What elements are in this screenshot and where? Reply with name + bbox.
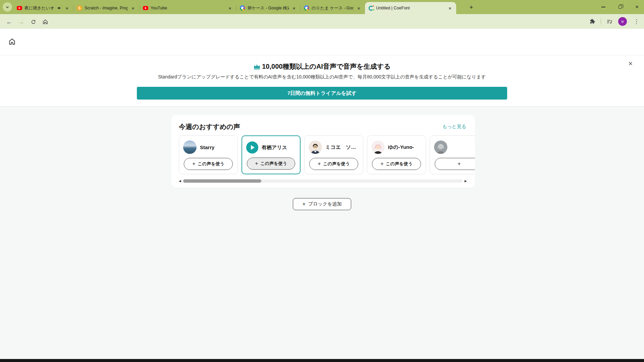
forward-button[interactable]: → bbox=[17, 17, 25, 26]
free-trial-button[interactable]: 7日間の無料トライアルを試す bbox=[137, 87, 507, 100]
voice-avatar-landscape[interactable] bbox=[183, 140, 197, 154]
tab-close-icon[interactable]: × bbox=[64, 5, 70, 11]
banner-subtitle: Standardプランにアップグレードすることで有料のAI音声を含む10,000… bbox=[0, 74, 644, 80]
use-voice-button[interactable]: + この声を使う bbox=[184, 158, 233, 170]
tabs: 夜に聴きたいオシャレギター - Yo × S Scratch - Imagine… bbox=[13, 0, 456, 14]
upgrade-banner: 10,000種類以上のAI音声で音声を生成する Standardプランにアップグ… bbox=[0, 55, 644, 107]
tab-close-icon[interactable]: × bbox=[447, 5, 453, 11]
minimize-icon bbox=[601, 7, 605, 7]
voice-cards-row: Starry + この声を使う 有栖アリス + この声を使う bbox=[179, 135, 475, 174]
audio-speaker-icon[interactable] bbox=[57, 6, 62, 10]
add-block-label: ブロックを追加 bbox=[308, 201, 342, 207]
tab-close-icon[interactable]: × bbox=[356, 5, 362, 11]
tab-google-search-egg-case[interactable]: 卵ケース - Google 検索 × bbox=[236, 2, 300, 14]
tab-youtube-music[interactable]: 夜に聴きたいオシャレギター - Yo × bbox=[13, 2, 73, 14]
reload-button[interactable] bbox=[29, 17, 38, 26]
voice-card-mikoe[interactable]: ミコエ ソ… + この声を使う bbox=[304, 135, 363, 174]
use-voice-label: この声を使う bbox=[386, 161, 413, 167]
voices-section-title: 今週のおすすめの声 bbox=[179, 122, 240, 131]
tab-title: 卵ケース - Google 検索 bbox=[248, 5, 289, 11]
tab-youtube[interactable]: YouTube × bbox=[140, 2, 236, 14]
use-voice-button[interactable]: + bbox=[435, 158, 475, 170]
profile-avatar[interactable]: ip bbox=[618, 17, 627, 26]
extensions-puzzle-icon[interactable] bbox=[589, 18, 595, 24]
home-button[interactable] bbox=[41, 17, 50, 26]
tab-title: Scratch - Imagine, Program, Sha bbox=[85, 6, 128, 10]
cards-scrollbar: ◀ ▶ bbox=[179, 179, 467, 183]
google-icon bbox=[304, 5, 309, 11]
browser-menu-kebab-icon[interactable]: ⋮ bbox=[632, 18, 641, 25]
chevron-down-icon bbox=[5, 4, 10, 10]
voice-card-yuno[interactable]: ゆの-Yuno- + この声を使う bbox=[367, 135, 426, 174]
scroll-right-arrow[interactable]: ▶ bbox=[465, 180, 467, 183]
use-voice-button[interactable]: + この声を使う bbox=[372, 158, 421, 170]
browser-tab-strip: 夜に聴きたいオシャレギター - Yo × S Scratch - Imagine… bbox=[0, 0, 644, 14]
scroll-left-arrow[interactable]: ◀ bbox=[179, 180, 181, 183]
media-controls-icon[interactable] bbox=[606, 18, 613, 25]
banner-close-icon[interactable]: × bbox=[627, 58, 634, 69]
banner-title-row: 10,000種類以上のAI音声で音声を生成する bbox=[0, 62, 644, 71]
tab-google-search-noritama-case[interactable]: のりたま ケース - Google 検索 × bbox=[301, 2, 365, 14]
window-controls: × bbox=[599, 0, 641, 14]
voice-card-starry[interactable]: Starry + この声を使う bbox=[179, 135, 238, 174]
browser-toolbar: ← → coefont.cloud/editor/0480e2ad-cb76-4… bbox=[0, 14, 644, 29]
tab-title: 夜に聴きたいオシャレギター - Yo bbox=[24, 5, 55, 11]
plus-icon: + bbox=[192, 161, 195, 167]
tab-search-button[interactable] bbox=[3, 2, 12, 12]
voice-card-clipped[interactable]: + bbox=[430, 135, 475, 174]
add-block-button[interactable]: + ブロックを追加 bbox=[293, 198, 351, 210]
screen: 夜に聴きたいオシャレギター - Yo × S Scratch - Imagine… bbox=[0, 0, 644, 362]
see-more-link[interactable]: もっと見る bbox=[442, 124, 466, 130]
voice-avatar-pink-hair[interactable] bbox=[371, 140, 385, 154]
voice-play-button[interactable] bbox=[246, 141, 258, 154]
plus-icon: + bbox=[318, 161, 321, 167]
window-restore-button[interactable] bbox=[616, 3, 625, 11]
scratch-icon: S bbox=[77, 5, 82, 11]
use-voice-label: この声を使う bbox=[323, 161, 350, 167]
coefont-icon bbox=[368, 5, 374, 11]
tab-scratch[interactable]: S Scratch - Imagine, Program, Sha × bbox=[73, 2, 139, 14]
window-minimize-button[interactable] bbox=[599, 3, 608, 11]
back-button[interactable]: ← bbox=[5, 17, 13, 26]
plus-icon: + bbox=[303, 201, 306, 207]
voice-name: 有栖アリス bbox=[262, 144, 287, 151]
voice-avatar-grayscale[interactable] bbox=[434, 140, 447, 154]
tab-title: のりたま ケース - Google 検索 bbox=[312, 5, 354, 11]
plus-icon: + bbox=[380, 161, 383, 167]
restore-icon bbox=[619, 5, 622, 9]
toolbar-separator bbox=[601, 18, 601, 24]
tab-title: YouTube bbox=[151, 6, 225, 10]
voice-avatar-man-glasses[interactable] bbox=[309, 140, 322, 154]
voice-card-arisu-alice[interactable]: 有栖アリス + この声を使う bbox=[241, 135, 301, 174]
voice-name: Starry bbox=[200, 144, 214, 150]
use-voice-button[interactable]: + この声を使う bbox=[247, 158, 295, 170]
new-tab-button[interactable]: + bbox=[467, 3, 476, 12]
voice-name: ミコエ ソ… bbox=[325, 144, 356, 150]
google-icon bbox=[240, 5, 245, 11]
editor-content: 今週のおすすめの声 もっと見る Starry + この声を使う bbox=[0, 107, 644, 359]
window-close-button[interactable]: × bbox=[633, 3, 641, 11]
tab-coefont-active[interactable]: Untitled | CoeFont × bbox=[365, 2, 456, 14]
scrollbar-thumb[interactable] bbox=[183, 179, 261, 183]
coefont-app-header: プロジェクトを再生 ユーザー辞書 設定 bbox=[0, 29, 644, 55]
recommended-voices-panel: 今週のおすすめの声 もっと見る Starry + この声を使う bbox=[171, 115, 475, 188]
toolbar-right-cluster: ip ⋮ bbox=[589, 14, 641, 29]
banner-title: 10,000種類以上のAI音声で音声を生成する bbox=[262, 62, 391, 71]
youtube-icon bbox=[17, 6, 22, 10]
tab-title: Untitled | CoeFont bbox=[376, 6, 445, 10]
tab-close-icon[interactable]: × bbox=[227, 5, 233, 11]
tab-close-icon[interactable]: × bbox=[130, 5, 136, 11]
use-voice-button[interactable]: + この声を使う bbox=[309, 158, 358, 170]
plus-icon: + bbox=[255, 161, 258, 167]
bottom-edge-bar bbox=[0, 359, 644, 362]
youtube-icon bbox=[143, 6, 148, 10]
use-voice-label: この声を使う bbox=[261, 161, 287, 167]
crown-icon bbox=[253, 63, 261, 70]
use-voice-label: この声を使う bbox=[198, 161, 224, 167]
scrollbar-track[interactable] bbox=[183, 179, 463, 183]
tab-close-icon[interactable]: × bbox=[291, 5, 297, 11]
voice-name: ゆの-Yuno- bbox=[388, 144, 414, 150]
plus-icon: + bbox=[458, 161, 461, 167]
app-home-button[interactable] bbox=[8, 38, 16, 46]
play-icon bbox=[251, 145, 255, 150]
